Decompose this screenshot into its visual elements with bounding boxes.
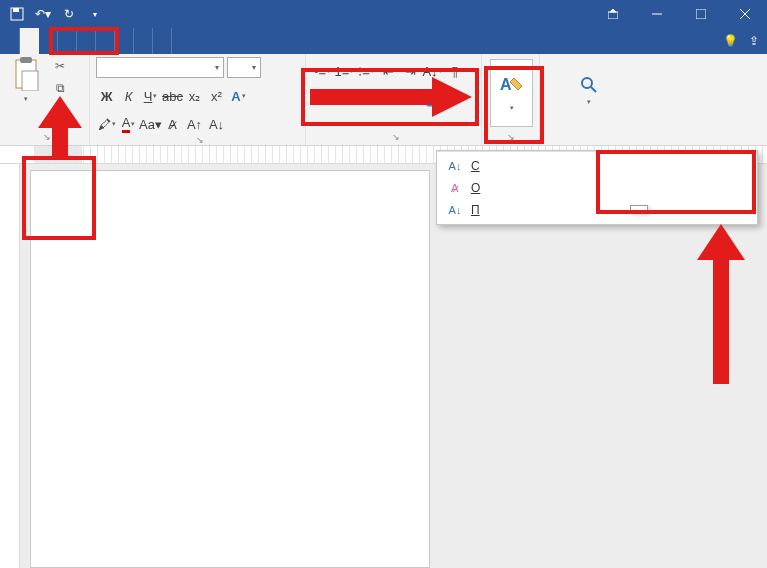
tab-layout[interactable] <box>77 28 96 54</box>
paste-button[interactable]: ▾ <box>6 57 46 103</box>
line-spacing-button[interactable]: ↕≡ <box>400 89 421 109</box>
minimize-button[interactable] <box>637 0 677 28</box>
qat-customize-icon[interactable]: ▾ <box>84 3 106 25</box>
bullets-button[interactable]: •≡ <box>312 61 333 81</box>
tab-review[interactable] <box>134 28 153 54</box>
subscript-button[interactable]: x₂ <box>184 86 205 106</box>
decrease-indent-button[interactable]: ⇤ <box>378 61 399 81</box>
numbering-button[interactable]: 1≡ <box>334 61 355 81</box>
grow-font-button[interactable]: A↑ <box>184 114 205 134</box>
styles-button[interactable]: A ▾ <box>490 59 533 127</box>
save-icon[interactable] <box>6 3 28 25</box>
group-styles: A ▾ ↘ <box>482 54 540 145</box>
editing-button[interactable]: ▾ <box>546 57 632 125</box>
svg-line-12 <box>591 87 596 92</box>
show-marks-button[interactable]: ¶ <box>444 61 465 81</box>
font-color-button[interactable]: A <box>118 114 139 134</box>
redo-icon[interactable]: ↻ <box>58 3 80 25</box>
group-font: ▾ ▾ Ж К Ч abc x₂ x² A 🖍 A Aa▾ A̷ A↑ A↓ ↘ <box>90 54 306 145</box>
svg-rect-9 <box>22 71 38 91</box>
title-bar: ↶▾ ↻ ▾ <box>0 0 767 28</box>
align-right-button[interactable]: ≡ <box>356 89 377 109</box>
undo-icon[interactable]: ↶▾ <box>32 3 54 25</box>
clear-format-icon: A̷ <box>447 182 463 195</box>
svg-text:A: A <box>500 76 512 93</box>
tab-file[interactable] <box>0 28 20 54</box>
dialog-launcher-icon[interactable]: ↘ <box>507 132 515 142</box>
svg-rect-8 <box>20 57 32 63</box>
clear-format-item[interactable]: A̷ О <box>437 177 757 199</box>
group-paragraph: •≡ 1≡ ⁝≡ ⇤ ⇥ A↓ ¶ ≡ ≡ ≡ ≡ ↕≡ 🪣 ⊞ ↘ <box>306 54 482 145</box>
quick-access-toolbar: ↶▾ ↻ ▾ <box>0 3 112 25</box>
change-case-button[interactable]: Aa▾ <box>140 114 161 134</box>
styles-gallery: A↓ С A̷ О A↓ П <box>436 150 758 225</box>
ribbon-tabs: 💡 ⇪ <box>0 28 767 54</box>
highlight-button[interactable]: 🖍 <box>96 114 117 134</box>
superscript-button[interactable]: x² <box>206 86 227 106</box>
strikethrough-button[interactable]: abc <box>162 86 183 106</box>
align-center-button[interactable]: ≡ <box>334 89 355 109</box>
text-effects-button[interactable]: A <box>228 86 249 106</box>
close-button[interactable] <box>725 0 765 28</box>
create-style-item[interactable]: A↓ С <box>437 155 757 177</box>
shading-button[interactable]: 🪣 <box>422 89 443 109</box>
tab-home[interactable] <box>20 28 39 54</box>
format-painter-icon[interactable]: 🖌 <box>50 101 70 119</box>
sort-button[interactable]: A↓ <box>422 61 443 81</box>
copy-icon[interactable]: ⧉ <box>50 79 70 97</box>
tell-me[interactable]: 💡 <box>723 34 741 48</box>
italic-button[interactable]: К <box>118 86 139 106</box>
tab-mailings[interactable] <box>115 28 134 54</box>
underline-button[interactable]: Ч <box>140 86 161 106</box>
page[interactable] <box>30 170 430 568</box>
share-icon[interactable]: ⇪ <box>749 34 759 48</box>
apply-styles-item[interactable]: A↓ П <box>437 199 757 221</box>
ribbon: ▾ ✂ ⧉ 🖌 ↘ ▾ ▾ Ж К Ч abc x₂ x² A <box>0 54 767 146</box>
cut-icon[interactable]: ✂ <box>50 57 70 75</box>
tab-design[interactable] <box>58 28 77 54</box>
svg-point-11 <box>582 78 592 88</box>
align-left-button[interactable]: ≡ <box>312 89 333 109</box>
tab-insert[interactable] <box>39 28 58 54</box>
shrink-font-button[interactable]: A↓ <box>206 114 227 134</box>
dialog-launcher-icon[interactable]: ↘ <box>196 135 204 145</box>
group-clipboard: ▾ ✂ ⧉ 🖌 ↘ <box>0 54 90 145</box>
title-right <box>581 0 767 28</box>
font-family-select[interactable]: ▾ <box>96 57 224 78</box>
apply-styles-icon: A↓ <box>447 204 463 216</box>
font-size-select[interactable]: ▾ <box>227 57 261 78</box>
vertical-ruler[interactable] <box>0 164 20 568</box>
group-editing: ▾ <box>540 54 640 145</box>
dialog-launcher-icon[interactable]: ↘ <box>392 132 400 142</box>
svg-rect-2 <box>608 12 618 19</box>
bold-button[interactable]: Ж <box>96 86 117 106</box>
style-tooltip <box>630 205 648 213</box>
tab-view[interactable] <box>153 28 172 54</box>
ribbon-display-icon[interactable] <box>593 0 633 28</box>
multilevel-button[interactable]: ⁝≡ <box>356 61 377 81</box>
create-style-icon: A↓ <box>447 160 463 172</box>
increase-indent-button[interactable]: ⇥ <box>400 61 421 81</box>
lightbulb-icon: 💡 <box>723 34 738 48</box>
dialog-launcher-icon[interactable]: ↘ <box>43 132 51 142</box>
borders-button[interactable]: ⊞ <box>444 89 465 109</box>
svg-rect-4 <box>696 9 706 19</box>
justify-button[interactable]: ≡ <box>378 89 399 109</box>
tab-references[interactable] <box>96 28 115 54</box>
clear-formatting-button[interactable]: A̷ <box>162 114 183 134</box>
svg-rect-1 <box>13 8 19 12</box>
maximize-button[interactable] <box>681 0 721 28</box>
